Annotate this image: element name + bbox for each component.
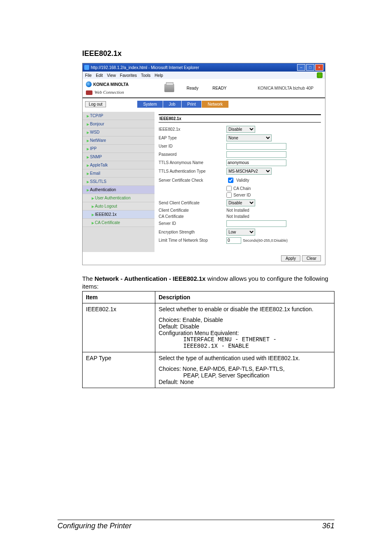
- client-cert-value: Not Installed: [226, 208, 249, 213]
- eap-type-select[interactable]: None: [226, 134, 272, 141]
- menu-help[interactable]: Help: [154, 73, 163, 78]
- limit-time-label: Limit Time of Network Stop: [159, 238, 226, 243]
- table-row: IEEE802.1x Select whether to enable or d…: [83, 303, 334, 352]
- cb-server-id[interactable]: [226, 192, 232, 198]
- browser-menubar: File Edit View Favorites Tools Help: [83, 72, 325, 79]
- sidebar-item-appletalk[interactable]: ▶AppleTalk: [83, 161, 154, 169]
- ie-icon: [84, 65, 89, 70]
- sidebar-item-user-auth[interactable]: ▶User Authentication: [83, 194, 154, 202]
- browser-window: http://192.168.1.2/a_index.html - Micros…: [82, 63, 325, 265]
- cb-ca-chain[interactable]: [226, 186, 232, 191]
- enc-strength-label: Encryption Strength: [159, 230, 226, 234]
- cb-ca-chain-label: CA Chain: [233, 186, 251, 191]
- apply-button[interactable]: Apply: [281, 255, 300, 261]
- menu-file[interactable]: File: [85, 73, 92, 78]
- cb-server-id-label: Server ID: [233, 193, 251, 197]
- limit-time-input[interactable]: [226, 237, 241, 244]
- status-banner: READY: [211, 86, 228, 91]
- ttls-anon-input[interactable]: [226, 160, 286, 166]
- printer-icon: [164, 84, 174, 92]
- ca-cert-value: Not Installed: [226, 214, 249, 219]
- sidebar-item-ca-cert[interactable]: ▶CA Certificate: [83, 219, 154, 227]
- pagescope-badge-icon: [86, 90, 92, 95]
- sidebar-item-snmp[interactable]: ▶SNMP: [83, 153, 154, 161]
- tab-job[interactable]: Job: [163, 101, 182, 108]
- sidebar-item-authentication[interactable]: ▶Authentication: [83, 186, 154, 194]
- server-id-label: Server ID: [159, 221, 226, 226]
- cell-desc: Select whether to enable or disable the …: [155, 303, 334, 352]
- send-client-cert-select[interactable]: Disable: [226, 199, 255, 206]
- maximize-icon[interactable]: □: [306, 64, 314, 71]
- sidebar-item-ipp[interactable]: ▶IPP: [83, 145, 154, 153]
- password-label: Password: [159, 152, 226, 157]
- sidebar-item-ieee8021x[interactable]: ▶IEEE802.1x: [83, 210, 154, 219]
- ttls-anon-label: TTLS Anonymous Name: [159, 160, 226, 165]
- th-item: Item: [83, 291, 155, 303]
- sidebar: ▶TCP/IP ▶Bonjour ▶WSD ▶NetWare ▶IPP ▶SNM…: [83, 112, 154, 252]
- page-footer: Configuring the Printer 361: [58, 520, 334, 530]
- ieee-select[interactable]: Disable: [226, 126, 255, 133]
- menu-tools[interactable]: Tools: [141, 73, 150, 78]
- section-heading: IEEE802.1x: [82, 49, 334, 58]
- km-logo-icon: [86, 81, 92, 87]
- ttls-auth-label: TTLS Authentication Type: [159, 169, 226, 173]
- clear-button[interactable]: Clear: [302, 255, 321, 261]
- cell-desc: Select the type of authentication used w…: [155, 352, 334, 388]
- ieee-label: IEEE802.1x: [159, 127, 226, 132]
- brand: KONICA MINOLTA: [86, 81, 158, 87]
- logout-button[interactable]: Log out: [85, 101, 106, 107]
- minimize-icon[interactable]: –: [297, 64, 305, 71]
- server-cert-check-label: Server Certificate Check: [159, 178, 226, 183]
- model-name: KONICA MINOLTA bizhub 40P: [258, 86, 322, 90]
- limit-time-hint: Seconds(60-255,0:Disable): [243, 238, 288, 243]
- menu-view[interactable]: View: [107, 73, 116, 78]
- th-desc: Description: [155, 291, 334, 303]
- cell-item: EAP Type: [83, 352, 155, 388]
- cb-validity-label: Validity: [236, 178, 249, 183]
- panel-title: IEEE802.1x: [159, 114, 321, 123]
- menu-favorites[interactable]: Favorites: [120, 73, 137, 78]
- tab-print[interactable]: Print: [182, 101, 202, 108]
- brand-text: KONICA MINOLTA: [93, 82, 129, 87]
- ttls-auth-select[interactable]: MS-MSCHAPv2: [226, 168, 272, 175]
- send-client-cert-label: Send Client Certificate: [159, 201, 226, 205]
- user-id-input[interactable]: [226, 143, 286, 150]
- user-id-label: User ID: [159, 144, 226, 148]
- sidebar-item-netware[interactable]: ▶NetWare: [83, 136, 154, 145]
- sidebar-item-bonjour[interactable]: ▶Bonjour: [83, 120, 154, 128]
- intro-text: The Network - Authentication - IEEE802.1…: [82, 275, 334, 291]
- server-id-input[interactable]: [226, 220, 286, 227]
- sidebar-item-tcpip[interactable]: ▶TCP/IP: [83, 112, 154, 120]
- enc-strength-select[interactable]: Low: [226, 229, 255, 236]
- client-cert-label: Client Certificate: [159, 208, 226, 213]
- status-ready: Ready: [187, 86, 198, 90]
- sidebar-item-email[interactable]: ▶Email: [83, 169, 154, 178]
- description-table: Item Description IEEE802.1x Select wheth…: [82, 291, 334, 388]
- eap-type-label: EAP Type: [159, 136, 226, 140]
- table-row: EAP Type Select the type of authenticati…: [83, 352, 334, 388]
- menu-edit[interactable]: Edit: [96, 73, 103, 78]
- main-panel: IEEE802.1x IEEE802.1x Disable EAP Type N…: [154, 112, 325, 252]
- sidebar-item-auto-logout[interactable]: ▶Auto Logout: [83, 202, 154, 210]
- sidebar-item-ssltls[interactable]: ▶SSL/TLS: [83, 178, 154, 186]
- footer-left: Configuring the Printer: [58, 522, 131, 530]
- tab-network[interactable]: Network: [202, 101, 229, 108]
- cell-item: IEEE802.1x: [83, 303, 155, 352]
- tab-strip: System Job Print Network: [137, 101, 229, 108]
- sidebar-item-wsd[interactable]: ▶WSD: [83, 128, 154, 136]
- window-titlebar: http://192.168.1.2/a_index.html - Micros…: [83, 63, 325, 72]
- tab-system[interactable]: System: [137, 101, 163, 108]
- ie-throbber-icon: [317, 72, 323, 78]
- ca-cert-label: CA Certificate: [159, 214, 226, 219]
- cb-validity[interactable]: [228, 178, 233, 183]
- window-title: http://192.168.1.2/a_index.html - Micros…: [91, 65, 199, 70]
- close-icon[interactable]: ×: [315, 64, 323, 71]
- password-input[interactable]: [226, 151, 286, 158]
- footer-page-number: 361: [322, 522, 334, 530]
- product-line: Web Connection: [86, 90, 158, 95]
